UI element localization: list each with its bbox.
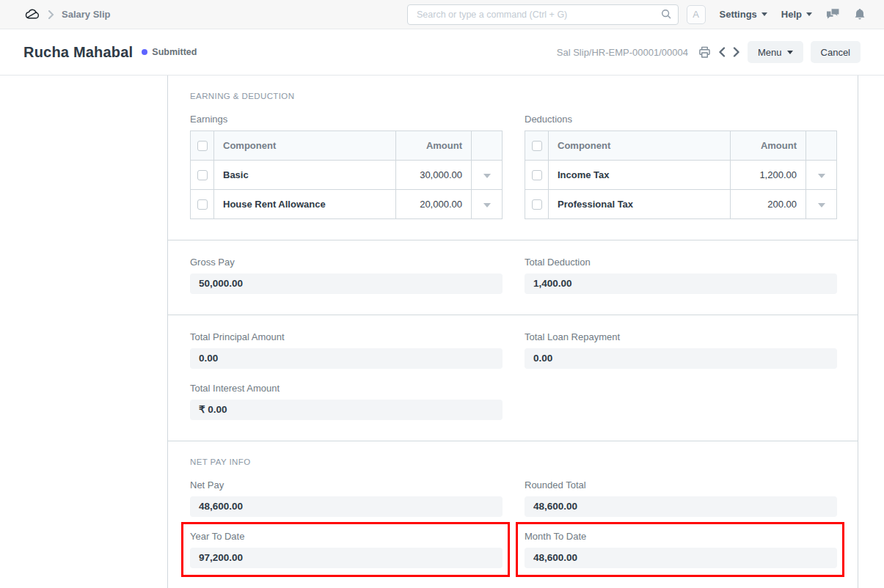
section-heading: EARNING & DEDUCTION	[190, 92, 836, 100]
field-label: Gross Pay	[190, 257, 503, 268]
breadcrumb-chevron-icon	[48, 10, 54, 19]
month-to-date-field: Month To Date 48,600.00	[525, 531, 837, 568]
deductions-table: Component Amount Income Tax 1,200.00	[525, 131, 837, 219]
form-body: EARNING & DEDUCTION Earnings Component A…	[167, 76, 858, 588]
menu-button[interactable]: Menu	[748, 41, 803, 63]
search-icon	[661, 9, 672, 20]
table-row[interactable]: Basic 30,000.00	[191, 161, 503, 190]
amount-cell[interactable]: 20,000.00	[396, 190, 472, 219]
gross-pay-value: 50,000.00	[190, 273, 503, 294]
field-label: Month To Date	[525, 531, 837, 542]
year-to-date-value: 97,200.00	[190, 548, 503, 568]
total-interest-field: Total Interest Amount ₹ 0.00	[190, 383, 503, 420]
field-label: Year To Date	[190, 531, 503, 542]
select-all-checkbox[interactable]	[532, 141, 542, 151]
field-label: Rounded Total	[525, 479, 837, 490]
row-expand-icon[interactable]	[483, 174, 491, 178]
status-text: Submitted	[152, 47, 197, 57]
select-row-checkbox[interactable]	[197, 199, 208, 210]
section-loans: Total Principal Amount 0.00 Total Loan R…	[168, 315, 858, 441]
notifications-bell-icon	[854, 8, 866, 21]
menu-label: Menu	[758, 47, 782, 58]
prev-doc-button[interactable]	[718, 47, 726, 57]
next-icon	[733, 47, 740, 57]
section-totals: Gross Pay 50,000.00 Total Deduction 1,40…	[168, 240, 858, 315]
caret-down-icon	[787, 51, 793, 54]
earnings-table: Component Amount Basic 30,000.00	[190, 131, 503, 219]
field-label: Net Pay	[190, 479, 503, 490]
select-row-checkbox[interactable]	[197, 170, 208, 180]
component-cell[interactable]: Professional Tax	[549, 190, 731, 219]
gross-pay-field: Gross Pay 50,000.00	[190, 257, 503, 294]
table-row[interactable]: House Rent Allowance 20,000.00	[191, 190, 503, 219]
settings-menu[interactable]: Settings	[720, 9, 767, 20]
navbar: Salary Slip A Settings Help	[0, 0, 884, 29]
document-id: Sal Slip/HR-EMP-00001/00004	[557, 47, 688, 58]
total-loan-repayment-field: Total Loan Repayment 0.00	[525, 331, 837, 369]
status-indicator-dot	[142, 49, 147, 55]
caret-down-icon	[806, 12, 812, 16]
status-badge: Submitted	[142, 47, 197, 57]
chat-button[interactable]	[826, 8, 840, 21]
amount-cell[interactable]: 1,200.00	[731, 161, 806, 190]
page-head: Rucha Mahabal Submitted Sal Slip/HR-EMP-…	[0, 29, 884, 76]
column-header-component[interactable]: Component	[214, 131, 396, 161]
print-icon	[698, 46, 711, 58]
print-button[interactable]	[698, 46, 711, 58]
column-header-amount[interactable]: Amount	[731, 131, 806, 161]
year-to-date-field: Year To Date 97,200.00	[190, 531, 503, 568]
component-cell[interactable]: Basic	[214, 161, 396, 190]
field-label: Total Deduction	[525, 257, 837, 268]
field-label: Total Principal Amount	[190, 331, 503, 342]
net-pay-field: Net Pay 48,600.00	[190, 479, 503, 517]
column-header-component[interactable]: Component	[549, 131, 731, 161]
section-heading: NET PAY INFO	[190, 457, 836, 466]
search-input[interactable]	[407, 4, 679, 25]
earnings-label: Earnings	[190, 114, 503, 125]
total-principal-value: 0.00	[190, 348, 503, 369]
amount-cell[interactable]: 200.00	[731, 190, 806, 219]
amount-cell[interactable]: 30,000.00	[396, 161, 472, 190]
field-label: Total Interest Amount	[190, 383, 503, 394]
total-interest-value: ₹ 0.00	[190, 400, 503, 420]
row-expand-icon[interactable]	[483, 203, 491, 207]
select-all-checkbox[interactable]	[197, 141, 208, 151]
user-avatar[interactable]: A	[687, 5, 706, 24]
table-header-row: Component Amount	[191, 131, 503, 161]
component-cell[interactable]: Income Tax	[549, 161, 731, 190]
section-earning-deduction: EARNING & DEDUCTION Earnings Component A…	[168, 76, 858, 240]
next-doc-button[interactable]	[733, 47, 740, 57]
total-deduction-value: 1,400.00	[525, 273, 837, 294]
component-cell[interactable]: House Rent Allowance	[214, 190, 396, 219]
net-pay-value: 48,600.00	[190, 496, 503, 517]
deductions-label: Deductions	[525, 114, 837, 125]
month-to-date-value: 48,600.00	[525, 548, 837, 568]
avatar-letter: A	[693, 9, 699, 20]
table-row[interactable]: Income Tax 1,200.00	[525, 161, 837, 190]
total-deduction-field: Total Deduction 1,400.00	[525, 257, 837, 294]
app-logo-icon[interactable]	[23, 6, 40, 23]
table-row[interactable]: Professional Tax 200.00	[525, 190, 837, 219]
chat-icon	[826, 8, 840, 21]
total-principal-field: Total Principal Amount 0.00	[190, 331, 503, 369]
column-header-amount[interactable]: Amount	[396, 131, 472, 161]
help-label: Help	[781, 9, 802, 20]
page-title: Rucha Mahabal	[23, 44, 133, 61]
select-row-checkbox[interactable]	[532, 170, 542, 180]
prev-icon	[718, 47, 726, 57]
global-search	[407, 4, 679, 25]
row-expand-icon[interactable]	[818, 203, 825, 207]
select-row-checkbox[interactable]	[532, 199, 542, 210]
caret-down-icon	[761, 12, 767, 16]
settings-label: Settings	[720, 9, 757, 20]
table-header-row: Component Amount	[525, 131, 837, 161]
cancel-button[interactable]: Cancel	[811, 41, 861, 63]
field-label: Total Loan Repayment	[525, 331, 837, 342]
row-expand-icon[interactable]	[818, 174, 825, 178]
total-loan-repayment-value: 0.00	[525, 348, 837, 369]
rounded-total-field: Rounded Total 48,600.00	[525, 479, 837, 517]
breadcrumb-salary-slip[interactable]: Salary Slip	[62, 9, 110, 20]
help-menu[interactable]: Help	[781, 9, 812, 20]
section-net-pay-info: NET PAY INFO Net Pay 48,600.00 Rounded T…	[168, 441, 858, 588]
notifications-button[interactable]	[854, 8, 866, 21]
